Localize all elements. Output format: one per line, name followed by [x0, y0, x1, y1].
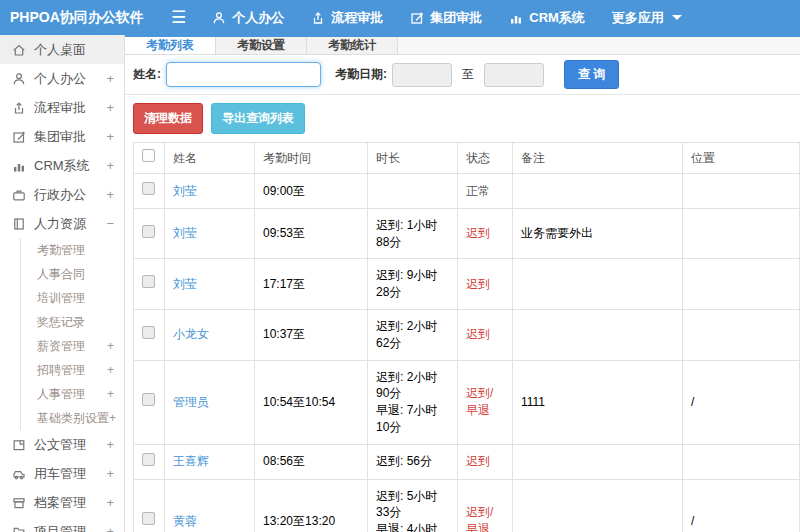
row-checkbox[interactable] [142, 453, 155, 466]
sidebar-subitem-hr-contract[interactable]: 人事合同 [21, 262, 124, 286]
name-input[interactable] [166, 62, 321, 87]
table-row: 刘莹 09:53至 迟到: 1小时88分 迟到 业务需要外出 [134, 208, 800, 259]
tab-attendance-stats[interactable]: 考勤统计 [307, 37, 398, 54]
col-name: 姓名 [165, 143, 255, 174]
top-header-bar: PHPOA协同办公软件 ☰ 个人办公 流程审批 集团审批 CRM系统 更多应用 [0, 0, 800, 35]
search-bar: 姓名: 考勤日期: 至 查 询 [125, 55, 800, 95]
select-all-checkbox[interactable] [142, 149, 155, 162]
folder-icon [12, 525, 27, 532]
employee-link[interactable]: 管理员 [173, 395, 209, 409]
caret-down-icon [672, 15, 682, 20]
employee-link[interactable]: 刘莹 [173, 277, 197, 291]
date-to-input[interactable] [484, 63, 544, 87]
sidebar-subitem-training[interactable]: 培训管理 [21, 286, 124, 310]
sidebar-item-project[interactable]: 项目管理 + [0, 517, 124, 532]
table-row: 刘莹 09:00至 正常 [134, 174, 800, 209]
employee-link[interactable]: 小龙女 [173, 327, 209, 341]
col-remark: 备注 [513, 143, 683, 174]
row-checkbox[interactable] [142, 393, 155, 406]
expand-plus[interactable]: + [106, 187, 114, 202]
person-icon [212, 11, 226, 25]
nav-crm-system[interactable]: CRM系统 [509, 9, 585, 27]
col-time: 考勤时间 [255, 143, 368, 174]
table-row: 管理员 10:54至10:54 迟到: 2小时90分早退: 7小时10分 迟到/… [134, 360, 800, 444]
date-from-input[interactable] [392, 63, 452, 87]
briefcase-icon [12, 188, 27, 202]
status-text: 迟到 [458, 259, 513, 310]
expand-plus[interactable]: + [107, 363, 114, 377]
expand-plus[interactable]: + [107, 387, 114, 401]
bar-chart-icon [12, 159, 27, 173]
col-status: 状态 [458, 143, 513, 174]
app-logo: PHPOA协同办公软件 [0, 9, 125, 27]
sidebar-item-personal-office[interactable]: 个人办公 + [0, 64, 124, 93]
nav-group-approval[interactable]: 集团审批 [410, 9, 482, 27]
expand-plus[interactable]: + [106, 524, 114, 532]
book-icon [12, 217, 27, 231]
row-checkbox[interactable] [142, 275, 155, 288]
expand-plus[interactable]: + [106, 100, 114, 115]
status-text: 迟到 [458, 208, 513, 259]
archive-icon [12, 496, 27, 510]
sidebar-subitem-recruit[interactable]: 招聘管理 + [21, 358, 124, 382]
row-checkbox[interactable] [142, 182, 155, 195]
menu-icon[interactable]: ☰ [171, 9, 186, 26]
expand-plus[interactable]: + [106, 495, 114, 510]
col-location: 位置 [683, 143, 800, 174]
sidebar-item-vehicle[interactable]: 用车管理 + [0, 459, 124, 488]
sidebar-item-archive[interactable]: 档案管理 + [0, 488, 124, 517]
status-text: 正常 [458, 174, 513, 209]
name-label: 姓名: [133, 66, 161, 83]
sidebar-item-crm[interactable]: CRM系统 + [0, 151, 124, 180]
sidebar-item-hr[interactable]: 人力资源 − [0, 209, 124, 238]
employee-link[interactable]: 刘莹 [173, 184, 197, 198]
employee-link[interactable]: 刘莹 [173, 226, 197, 240]
top-navigation: 个人办公 流程审批 集团审批 CRM系统 更多应用 [212, 9, 682, 27]
share-icon [311, 11, 325, 25]
nav-personal-office[interactable]: 个人办公 [212, 9, 284, 27]
sidebar-item-personal-desktop[interactable]: 个人桌面 [0, 35, 124, 64]
table-row: 小龙女 10:37至 迟到: 2小时62分 迟到 [134, 309, 800, 360]
table-header-row: 姓名 考勤时间 时长 状态 备注 位置 [134, 143, 800, 174]
row-checkbox[interactable] [142, 512, 155, 525]
export-list-button[interactable]: 导出查询列表 [211, 103, 305, 134]
row-checkbox[interactable] [142, 225, 155, 238]
nav-workflow-approval[interactable]: 流程审批 [311, 9, 383, 27]
document-icon [12, 438, 27, 452]
sidebar-item-workflow-approval[interactable]: 流程审批 + [0, 93, 124, 122]
expand-plus[interactable]: + [109, 411, 116, 425]
clean-data-button[interactable]: 清理数据 [133, 103, 203, 134]
expand-plus[interactable]: + [106, 437, 114, 452]
expand-plus[interactable]: + [106, 71, 114, 86]
expand-plus[interactable]: + [106, 129, 114, 144]
collapse-minus[interactable]: − [106, 216, 114, 231]
sidebar-subitem-salary[interactable]: 薪资管理 + [21, 334, 124, 358]
query-button[interactable]: 查 询 [564, 60, 619, 89]
sidebar-subitem-rewards[interactable]: 奖惩记录 [21, 310, 124, 334]
row-checkbox[interactable] [142, 326, 155, 339]
sidebar-item-official-doc[interactable]: 公文管理 + [0, 430, 124, 459]
tab-attendance-list[interactable]: 考勤列表 [125, 37, 216, 54]
sidebar-subitem-base-category[interactable]: 基础类别设置 + [21, 406, 124, 430]
share-icon [12, 101, 27, 115]
expand-plus[interactable]: + [107, 339, 114, 353]
hr-submenu: 考勤管理 人事合同 培训管理 奖惩记录 薪资管理 + 招聘管理 + [20, 238, 124, 430]
table-row: 王喜辉 08:56至 迟到: 56分 迟到 [134, 444, 800, 479]
nav-more-apps[interactable]: 更多应用 [612, 9, 682, 27]
status-text: 迟到 [458, 444, 513, 479]
expand-plus[interactable]: + [106, 466, 114, 481]
date-label: 考勤日期: [335, 66, 387, 83]
status-text: 迟到 [458, 309, 513, 360]
expand-plus[interactable]: + [106, 158, 114, 173]
employee-link[interactable]: 王喜辉 [173, 454, 209, 468]
tab-strip: 考勤列表 考勤设置 考勤统计 [125, 35, 800, 55]
sidebar-item-group-approval[interactable]: 集团审批 + [0, 122, 124, 151]
home-icon [12, 43, 27, 57]
sidebar-subitem-attendance[interactable]: 考勤管理 [21, 238, 124, 262]
sidebar-subitem-personnel[interactable]: 人事管理 + [21, 382, 124, 406]
tab-attendance-settings[interactable]: 考勤设置 [216, 37, 307, 54]
employee-link[interactable]: 黄蓉 [173, 514, 197, 528]
toolbar: 清理数据 导出查询列表 [125, 95, 800, 142]
edit-icon [12, 130, 27, 144]
sidebar-item-admin-office[interactable]: 行政办公 + [0, 180, 124, 209]
